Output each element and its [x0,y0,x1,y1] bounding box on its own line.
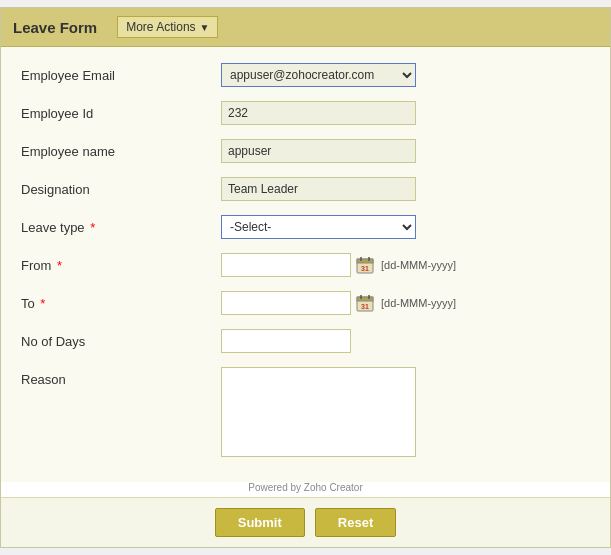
designation-field [221,177,590,201]
from-calendar-icon[interactable]: 31 [355,255,375,275]
designation-input[interactable] [221,177,416,201]
from-date-row: 31 [dd-MMM-yyyy] [221,253,590,277]
chevron-down-icon: ▼ [200,22,210,33]
svg-rect-1 [357,259,373,263]
more-actions-label: More Actions [126,20,195,34]
leave-type-row: Leave type * -Select- [21,215,590,239]
from-label: From * [21,253,221,273]
reset-button[interactable]: Reset [315,508,396,537]
leave-type-label: Leave type * [21,215,221,235]
form-body: Employee Email appuser@zohocreator.com E… [1,47,610,482]
from-row: From * 31 [dd-MMM-yyyy] [21,253,590,277]
no-of-days-row: No of Days [21,329,590,353]
svg-rect-6 [357,297,373,301]
to-label: To * [21,291,221,311]
reason-textarea[interactable] [221,367,416,457]
to-date-input[interactable] [221,291,351,315]
to-field: 31 [dd-MMM-yyyy] [221,291,590,315]
form-title: Leave Form [13,19,97,36]
reason-row: Reason [21,367,590,460]
designation-label: Designation [21,177,221,197]
employee-name-label: Employee name [21,139,221,159]
svg-text:31: 31 [361,303,369,310]
to-date-row: 31 [dd-MMM-yyyy] [221,291,590,315]
from-required-indicator: * [53,258,62,273]
from-field: 31 [dd-MMM-yyyy] [221,253,590,277]
from-date-input[interactable] [221,253,351,277]
employee-email-field: appuser@zohocreator.com [221,63,590,87]
employee-id-row: Employee Id [21,101,590,125]
footer-note: Powered by Zoho Creator [1,482,610,497]
employee-email-select[interactable]: appuser@zohocreator.com [221,63,416,87]
no-of-days-label: No of Days [21,329,221,349]
employee-id-label: Employee Id [21,101,221,121]
leave-form-container: Leave Form More Actions ▼ Employee Email… [0,7,611,548]
leave-type-field: -Select- [221,215,590,239]
employee-id-input[interactable] [221,101,416,125]
to-calendar-icon[interactable]: 31 [355,293,375,313]
reason-label: Reason [21,367,221,387]
employee-name-row: Employee name [21,139,590,163]
leave-type-select[interactable]: -Select- [221,215,416,239]
more-actions-button[interactable]: More Actions ▼ [117,16,218,38]
no-of-days-field [221,329,590,353]
employee-name-input[interactable] [221,139,416,163]
to-date-format: [dd-MMM-yyyy] [381,297,456,309]
submit-button[interactable]: Submit [215,508,305,537]
form-header: Leave Form More Actions ▼ [1,8,610,47]
from-date-format: [dd-MMM-yyyy] [381,259,456,271]
to-row: To * 31 [dd-MMM-yyyy] [21,291,590,315]
employee-email-row: Employee Email appuser@zohocreator.com [21,63,590,87]
employee-email-label: Employee Email [21,63,221,83]
to-required-indicator: * [37,296,46,311]
form-footer: Submit Reset [1,497,610,547]
svg-text:31: 31 [361,265,369,272]
designation-row: Designation [21,177,590,201]
no-of-days-input[interactable] [221,329,351,353]
reason-field [221,367,590,460]
employee-id-field [221,101,590,125]
required-indicator: * [87,220,96,235]
employee-name-field [221,139,590,163]
